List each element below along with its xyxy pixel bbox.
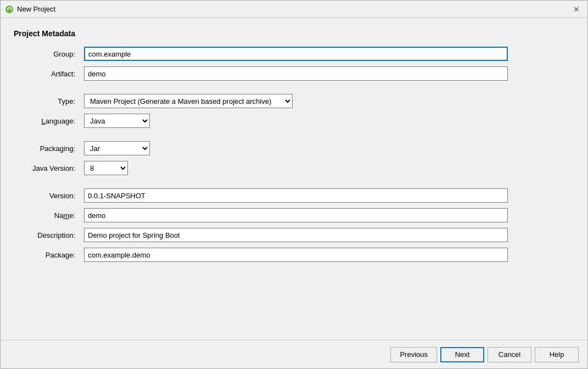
type-select[interactable]: Maven Project (Generate a Maven based pr… — [84, 94, 293, 108]
packaging-wrapper: Jar War — [84, 141, 508, 155]
java-version-label: Java Version: — [14, 164, 80, 172]
name-input[interactable] — [84, 208, 508, 222]
cancel-button[interactable]: Cancel — [488, 347, 531, 362]
language-select[interactable]: Java Kotlin Groovy — [84, 114, 150, 128]
dialog-window: New Project ✕ Project Metadata Group: Ar… — [0, 0, 588, 369]
packaging-select[interactable]: Jar War — [84, 141, 150, 155]
spacer-1 — [14, 86, 508, 88]
dialog-content: Project Metadata Group: Artifact: Type: … — [1, 18, 587, 340]
spacer-2 — [14, 133, 508, 136]
package-input[interactable] — [84, 248, 508, 262]
package-label: Package: — [14, 251, 80, 259]
name-label: Name: — [14, 211, 80, 220]
title-bar: New Project ✕ — [1, 1, 587, 18]
version-input[interactable] — [84, 188, 508, 203]
form-grid: Group: Artifact: Type: Maven Project (Ge… — [14, 47, 508, 262]
spacer-3 — [14, 181, 508, 183]
artifact-input[interactable] — [84, 66, 508, 81]
section-title: Project Metadata — [14, 29, 574, 38]
language-wrapper: Java Kotlin Groovy — [84, 114, 508, 128]
dialog-footer: Previous Next Cancel Help — [1, 340, 587, 368]
svg-point-0 — [5, 5, 13, 13]
title-bar-left: New Project — [5, 5, 55, 14]
language-label: Language: — [14, 117, 80, 125]
version-label: Version: — [14, 192, 80, 200]
app-icon — [5, 5, 14, 14]
previous-button[interactable]: Previous — [390, 347, 437, 362]
svg-point-1 — [11, 9, 12, 10]
window-title: New Project — [17, 5, 55, 13]
close-button[interactable]: ✕ — [570, 3, 583, 16]
packaging-label: Packaging: — [14, 144, 80, 153]
java-version-select[interactable]: 8 11 17 21 — [84, 161, 128, 175]
group-input[interactable] — [84, 47, 508, 61]
description-label: Description: — [14, 231, 80, 239]
artifact-label: Artifact: — [14, 70, 80, 78]
type-label: Type: — [14, 97, 80, 105]
next-button[interactable]: Next — [440, 347, 484, 362]
description-input[interactable] — [84, 228, 508, 242]
group-label: Group: — [14, 50, 80, 58]
help-button[interactable]: Help — [535, 347, 579, 362]
java-version-wrapper: 8 11 17 21 — [84, 161, 508, 175]
